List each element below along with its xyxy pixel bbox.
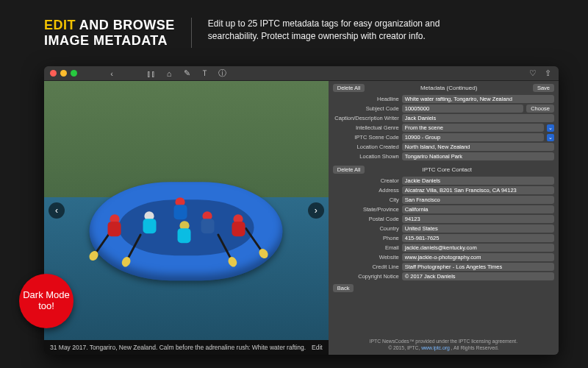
delete-all-button[interactable]: Delete All bbox=[333, 84, 365, 92]
field-label: Caption/Description Writer bbox=[333, 115, 399, 121]
field-label: Subject Code bbox=[333, 105, 399, 112]
main-image: ‹ › bbox=[44, 81, 329, 340]
tool-edit-icon[interactable]: ✎ bbox=[182, 68, 192, 79]
field-label: Creator bbox=[333, 177, 399, 184]
field-label: Postal Code bbox=[333, 216, 399, 222]
dropdown-icon[interactable]: ⌄ bbox=[547, 134, 554, 141]
postal-code-field[interactable]: 94123 bbox=[402, 215, 554, 223]
location-created-field[interactable]: North Island, New Zealand bbox=[402, 143, 554, 151]
choose-button[interactable]: Choose bbox=[526, 105, 554, 113]
window-minimize-button[interactable] bbox=[60, 70, 67, 77]
save-button[interactable]: Save bbox=[533, 84, 554, 92]
panel-title-metadata: Metadata (Continued) bbox=[365, 85, 532, 91]
field-label: State/Province bbox=[333, 206, 399, 213]
tool-ruler-icon[interactable]: Ｔ bbox=[199, 68, 209, 79]
dropdown-icon[interactable]: ⌄ bbox=[547, 124, 554, 132]
panel-title-contact: IPTC Core Contact bbox=[365, 166, 529, 173]
phone-field[interactable]: 415-981-7625 bbox=[402, 234, 554, 242]
window-maximize-button[interactable] bbox=[71, 70, 77, 77]
iptc-link[interactable]: www.iptc.org bbox=[421, 345, 450, 350]
iptc-scene-code-field[interactable]: 10900 - Group bbox=[402, 133, 544, 141]
intellectual-genre-field[interactable]: From the scene bbox=[402, 124, 544, 132]
credits: IPTC NewsCodes™ provided under the IPTC … bbox=[333, 335, 554, 352]
country-field[interactable]: United States bbox=[402, 224, 554, 233]
field-label: Location Created bbox=[333, 144, 399, 150]
field-label: Credit Line bbox=[333, 263, 399, 270]
prev-image-button[interactable]: ‹ bbox=[49, 202, 65, 219]
state-field[interactable]: California bbox=[402, 205, 554, 213]
promo-headline: EDIT AND BROWSE IMAGE METADATA bbox=[44, 18, 192, 48]
titlebar: ‹ ⫿⫿ ⌂ ✎ Ｔ ⓘ ♡ ⇪ bbox=[44, 66, 559, 81]
city-field[interactable]: San Francisco bbox=[402, 196, 554, 204]
tool-tag-icon[interactable]: ⌂ bbox=[164, 68, 174, 79]
website-field[interactable]: www.jackie-o-photography.com bbox=[402, 253, 554, 261]
field-label: IPTC Scene Code bbox=[333, 134, 399, 141]
email-field[interactable]: jackie.daniels@kentucky.com bbox=[402, 244, 554, 252]
field-label: Website bbox=[333, 254, 399, 261]
next-image-button[interactable]: › bbox=[308, 202, 324, 219]
image-viewer: ‹ › 31 May 2017. Tongariro, New Zealand.… bbox=[44, 81, 329, 355]
back-icon[interactable]: ‹ bbox=[107, 68, 117, 79]
address-field[interactable]: Alcatraz Villa, B201 San Francisco, CA 9… bbox=[402, 186, 554, 194]
field-label: Copyright Notice bbox=[333, 273, 399, 280]
caption-bar: 31 May 2017. Tongariro, New Zealand. Cal… bbox=[44, 340, 329, 355]
share-icon[interactable]: ⇪ bbox=[542, 68, 553, 79]
back-button[interactable]: Back bbox=[333, 284, 354, 292]
dark-mode-badge: Dark Mode too! bbox=[19, 274, 74, 328]
copyright-field[interactable]: © 2017 Jack Daniels bbox=[402, 272, 554, 280]
promo-body: Edit up to 25 IPTC metadata tags for eas… bbox=[192, 18, 486, 43]
field-label: Intellectual Genre bbox=[333, 124, 399, 131]
field-label: Country bbox=[333, 225, 399, 232]
window-close-button[interactable] bbox=[50, 70, 57, 77]
caption-text: 31 May 2017. Tongariro, New Zealand. Cal… bbox=[50, 344, 306, 351]
subject-code-field[interactable]: 10005000 bbox=[402, 105, 523, 113]
delete-all-contact-button[interactable]: Delete All bbox=[333, 166, 365, 174]
creator-field[interactable]: Jackie Daniels bbox=[402, 177, 554, 185]
field-label: Phone bbox=[333, 235, 399, 241]
field-label: Location Shown bbox=[333, 153, 399, 160]
app-window: ‹ ⫿⫿ ⌂ ✎ Ｔ ⓘ ♡ ⇪ bbox=[44, 66, 559, 355]
edit-caption-link[interactable]: Edit bbox=[312, 344, 323, 351]
tool-info-icon[interactable]: ⓘ bbox=[217, 68, 227, 79]
favorite-icon[interactable]: ♡ bbox=[528, 68, 538, 79]
field-label: Email bbox=[333, 244, 399, 251]
tool-splitview-icon[interactable]: ⫿⫿ bbox=[146, 68, 157, 79]
caption-writer-field[interactable]: Jack Daniels bbox=[402, 114, 554, 122]
headline-field[interactable]: White water rafting, Tongariro, New Zeal… bbox=[402, 95, 554, 103]
field-label: Address bbox=[333, 187, 399, 194]
field-label: City bbox=[333, 197, 399, 203]
location-shown-field[interactable]: Tongariro National Park bbox=[402, 152, 554, 160]
field-label: Headline bbox=[333, 96, 399, 102]
credit-line-field[interactable]: Staff Photographer - Los Angeles Times bbox=[402, 263, 554, 271]
metadata-panel: Delete All Metadata (Continued) Save Hea… bbox=[329, 81, 559, 355]
